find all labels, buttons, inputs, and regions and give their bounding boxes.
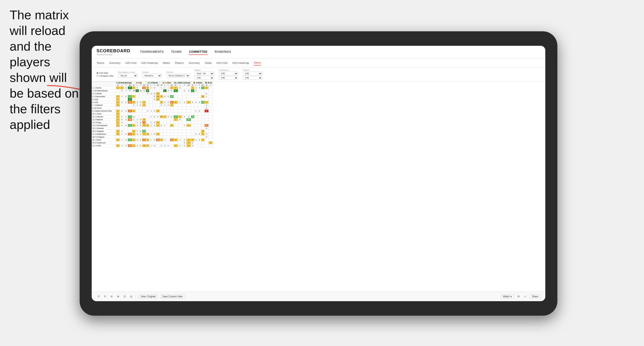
watch-button[interactable]: Watch ▾ <box>501 294 514 299</box>
full-view-option[interactable]: Full View <box>96 72 114 74</box>
matrix-cell <box>174 107 178 110</box>
matrix-cell <box>204 121 209 124</box>
matrix-cell: 1 <box>146 144 149 147</box>
nav-tournaments[interactable]: TOURNAMENTS <box>140 49 164 55</box>
matrix-cell <box>198 121 201 124</box>
watch-chevron: ▾ <box>510 295 512 298</box>
players-select[interactable]: (All) <box>243 72 262 75</box>
compact-view-radio[interactable] <box>96 75 98 77</box>
matrix-cell: 0 <box>153 98 156 101</box>
expand-icon[interactable]: ⤢ <box>523 294 527 299</box>
sub-nav-summary2[interactable]: Summary <box>189 60 200 65</box>
view-original-button[interactable]: View: Original <box>138 294 158 299</box>
col-header-mulcahy: 2. M Kelly Mulcahy <box>116 82 132 84</box>
sub-nav-matrix1[interactable]: Matrix <box>163 60 170 65</box>
matrix-cell <box>153 113 156 115</box>
matrix-cell <box>163 130 166 133</box>
matrix-cell <box>132 92 136 95</box>
table-row: 13. N Klug2010-2103 <box>92 121 213 124</box>
matrix-cell: 1 <box>120 133 124 136</box>
matrix-cell <box>178 142 182 144</box>
table-row: 7. O Mitchell3010201030 <box>92 104 213 107</box>
matrix-cell: 11 <box>201 86 204 89</box>
nav-teams[interactable]: TEAMS <box>171 49 182 55</box>
zoom-in-button[interactable]: ⊕ <box>116 294 120 299</box>
region-select[interactable]: East - DII <box>195 72 214 75</box>
matrix-cell <box>201 115 204 118</box>
matrix-cell: 0 <box>166 101 170 104</box>
sub-nav-detail[interactable]: Detail <box>205 60 212 65</box>
sub-nav-h2h-grid2[interactable]: H2H Grid <box>216 60 228 65</box>
division-select[interactable]: NCAA Division II <box>166 74 190 78</box>
col-header-webb: 38. A Webb <box>191 82 204 84</box>
reset-button[interactable]: ◎ <box>129 294 134 299</box>
share-button[interactable]: Share <box>530 294 540 299</box>
matrix-cell: 0 <box>124 133 128 136</box>
matrix-cell <box>208 92 212 95</box>
fit-button[interactable]: ⊡ <box>122 294 127 299</box>
matrix-cell <box>194 130 198 133</box>
matrix-cell: 0 <box>124 124 128 127</box>
matrix-cell: 3 <box>116 95 120 98</box>
zoom-out-button[interactable]: ⊖ <box>110 294 114 299</box>
compact-view-option[interactable]: Compact View <box>96 75 114 77</box>
conference-all-select[interactable]: (All) <box>219 76 238 80</box>
matrix-cell <box>194 98 198 101</box>
region-all-select[interactable]: (All) <box>195 76 214 80</box>
matrix-cell: 1 <box>163 104 166 107</box>
matrix-cell <box>124 113 128 115</box>
sub-nav-players[interactable]: Players <box>175 60 184 65</box>
main-content: 2. M Kelly Mulcahy 6. A Dy 11. G Woods 2… <box>92 81 545 292</box>
matrix-cell <box>153 89 156 92</box>
nav-committee[interactable]: COMMITTEE <box>189 49 208 55</box>
matrix-cell: 0 <box>153 144 156 147</box>
matrix-cell <box>174 121 178 124</box>
matrix-cell <box>146 121 149 124</box>
full-view-radio[interactable] <box>96 72 98 74</box>
gender-select[interactable]: Women's <box>142 74 162 78</box>
matrix-cell <box>191 113 194 115</box>
players-all-select[interactable]: (All) <box>243 76 262 80</box>
matrix-cell: 20 <box>191 115 194 118</box>
matrix-cell: 3 <box>146 139 149 142</box>
matrix-cell: 0 <box>120 118 124 121</box>
redo-button[interactable]: ↻ <box>103 294 107 299</box>
matrix-cell: 1 <box>136 104 139 107</box>
max-players-select[interactable]: Top 25 <box>118 74 138 78</box>
matrix-cell: 0 <box>124 144 128 147</box>
matrix-cell: 2 <box>160 139 163 142</box>
matrix-cell <box>120 142 124 144</box>
sub-nav-h2h-heatmap2[interactable]: H2H Heatmap <box>232 60 249 65</box>
matrix-cell: 4 <box>146 86 149 89</box>
logo-scoreboard: SCOREBOARD <box>96 48 130 53</box>
matrix-cell <box>178 110 182 113</box>
settings-icon[interactable]: ⚙ <box>516 294 521 299</box>
sub-nav-teams[interactable]: Teams <box>96 60 104 65</box>
players-label: Players <box>243 69 262 71</box>
sub-nav-summary1[interactable]: Summary <box>109 60 120 65</box>
matrix-cell: 1 <box>174 86 178 89</box>
matrix-cell: 3 <box>116 133 120 136</box>
nav-rankings[interactable]: RANKINGS <box>215 49 231 55</box>
gender-filter: Gender Women's <box>142 71 162 78</box>
conference-select[interactable]: (All) <box>219 72 238 75</box>
matrix-cell: 2 <box>116 118 120 121</box>
matrix-cell <box>178 136 182 139</box>
sub-nav-h2h-grid1[interactable]: H2H Grid <box>125 60 136 65</box>
matrix-cell: 0 <box>156 115 160 118</box>
sub-nav-h2h-heatmap1[interactable]: H2H Heatmap <box>141 60 158 65</box>
stoll-l: L <box>163 84 166 86</box>
matrix-cell <box>160 136 163 139</box>
matrix-cell <box>163 142 166 144</box>
undo-button[interactable]: ↺ <box>96 294 100 299</box>
save-custom-button[interactable]: Save Custom View <box>160 294 185 299</box>
matrix-cell <box>142 113 146 115</box>
division-filter: Division NCAA Division II <box>166 71 190 78</box>
sub-nav-matrix2[interactable]: Matrix <box>254 60 261 66</box>
table-row: 3. S Jelinek020170 <box>92 92 213 95</box>
matrix-cell <box>163 136 166 139</box>
matrix-cell <box>186 133 191 136</box>
matrix-cell <box>116 107 120 110</box>
bottom-toolbar: ↺ ↻ ⊖ ⊕ ⊡ ◎ View: Original Save Custom V… <box>92 292 545 301</box>
matrix-container[interactable]: 2. M Kelly Mulcahy 6. A Dy 11. G Woods 2… <box>92 81 545 292</box>
